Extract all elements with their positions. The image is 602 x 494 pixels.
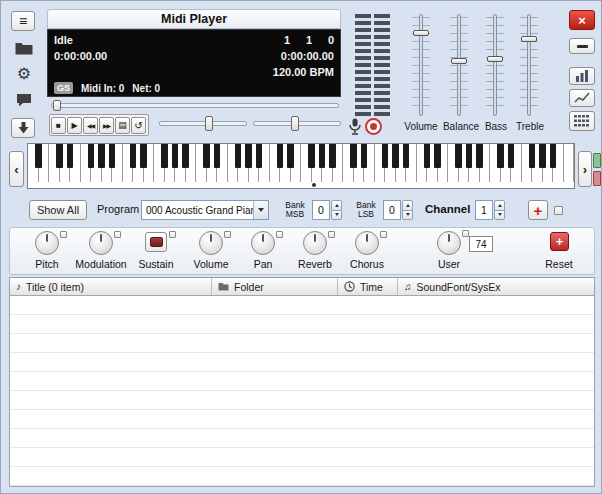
piano-black-key[interactable] [214, 144, 220, 168]
messages-button[interactable] [13, 91, 35, 109]
piano-black-key[interactable] [161, 144, 167, 168]
piano-black-key[interactable] [172, 144, 178, 168]
minimize-button[interactable] [569, 38, 595, 54]
horizontal-slider-1-handle[interactable] [205, 116, 213, 131]
bank-msb-up-button[interactable] [331, 200, 342, 211]
piano-black-key[interactable] [434, 144, 440, 168]
piano-black-key[interactable] [403, 144, 409, 168]
octave-up-button[interactable] [593, 153, 601, 168]
piano-scroll-left-button[interactable]: ‹ [9, 151, 24, 187]
output-button[interactable]: ▤ [115, 117, 130, 134]
volume-knob[interactable] [199, 231, 223, 255]
piano-black-key[interactable] [256, 144, 262, 168]
piano-black-key[interactable] [235, 144, 241, 168]
horizontal-slider-1[interactable] [159, 116, 247, 131]
volume-toggle-button[interactable] [224, 231, 231, 238]
piano-black-key[interactable] [392, 144, 398, 168]
piano-black-key[interactable] [88, 144, 94, 168]
volume-fader-handle[interactable] [413, 30, 429, 36]
piano-black-key[interactable] [109, 144, 115, 168]
small-toggle-button[interactable] [554, 206, 563, 215]
piano-black-key[interactable] [424, 144, 430, 168]
show-all-button[interactable]: Show All [29, 200, 87, 220]
treble-fader-handle[interactable] [521, 36, 537, 42]
piano-black-key[interactable] [140, 144, 146, 168]
bank-msb-spinner[interactable]: 0 [312, 200, 342, 220]
pan-toggle-button[interactable] [276, 231, 283, 238]
piano-black-key[interactable] [382, 144, 388, 168]
loop-button[interactable]: ↺ [131, 117, 146, 134]
piano-scroll-right-button[interactable]: › [578, 151, 592, 187]
play-button[interactable]: ▶ [67, 117, 82, 134]
piano-black-key[interactable] [539, 144, 545, 168]
horizontal-slider-2[interactable] [253, 116, 341, 131]
menu-button[interactable]: ≡ [11, 11, 35, 31]
add-channel-button[interactable]: + [528, 200, 548, 220]
bass-fader[interactable] [483, 14, 507, 116]
reverb-toggle-button[interactable] [328, 231, 335, 238]
program-select[interactable]: 000 Acoustic Grand Piano [141, 200, 269, 220]
user-toggle-button[interactable] [462, 230, 469, 237]
piano-black-key[interactable] [550, 144, 556, 168]
piano-black-key[interactable] [277, 144, 283, 168]
piano-black-key[interactable] [182, 144, 188, 168]
piano-black-key[interactable] [529, 144, 535, 168]
piano-black-key[interactable] [508, 144, 514, 168]
piano-black-key[interactable] [287, 144, 293, 168]
piano-black-key[interactable] [319, 144, 325, 168]
balance-fader[interactable] [447, 14, 471, 116]
reset-button[interactable]: + [550, 232, 569, 251]
piano-black-key[interactable] [329, 144, 335, 168]
treble-fader[interactable] [517, 14, 541, 116]
piano-black-key[interactable] [308, 144, 314, 168]
open-folder-button[interactable] [13, 39, 35, 57]
position-slider-handle[interactable] [53, 100, 61, 111]
piano-white-key[interactable] [564, 144, 575, 182]
reverb-knob[interactable] [303, 231, 327, 255]
next-button[interactable]: ▶▶ [99, 117, 114, 134]
bass-fader-handle[interactable] [487, 56, 503, 62]
piano-black-key[interactable] [455, 144, 461, 168]
record-button[interactable] [365, 118, 382, 135]
matrix-button[interactable] [569, 111, 595, 131]
piano-black-key[interactable] [35, 144, 41, 168]
close-button[interactable]: × [569, 10, 595, 30]
graph-button[interactable] [569, 89, 595, 107]
column-folder[interactable]: Folder [212, 278, 338, 295]
bank-lsb-up-button[interactable] [402, 200, 413, 211]
mic-button[interactable] [347, 116, 362, 136]
previous-button[interactable]: ◀◀ [83, 117, 98, 134]
sustain-button[interactable] [145, 232, 167, 252]
piano-black-key[interactable] [350, 144, 356, 168]
piano-black-key[interactable] [245, 144, 251, 168]
volume-fader[interactable] [409, 14, 433, 116]
bank-lsb-down-button[interactable] [402, 210, 413, 221]
settings-button[interactable]: ⚙ [13, 63, 35, 84]
piano-black-key[interactable] [67, 144, 73, 168]
piano-black-key[interactable] [476, 144, 482, 168]
pitch-toggle-button[interactable] [60, 231, 67, 238]
position-slider[interactable] [51, 100, 339, 111]
bank-msb-down-button[interactable] [331, 210, 342, 221]
piano-black-key[interactable] [56, 144, 62, 168]
chorus-knob[interactable] [355, 231, 379, 255]
channel-spinner[interactable]: 1 [475, 200, 505, 220]
column-time[interactable]: Time [338, 278, 398, 295]
user-knob[interactable] [437, 231, 461, 255]
octave-down-button[interactable] [593, 171, 601, 186]
chorus-toggle-button[interactable] [380, 231, 387, 238]
piano-black-key[interactable] [130, 144, 136, 168]
channel-up-button[interactable] [494, 200, 505, 211]
sustain-toggle-button[interactable] [169, 231, 176, 238]
piano-black-key[interactable] [466, 144, 472, 168]
modulation-toggle-button[interactable] [114, 231, 121, 238]
balance-fader-handle[interactable] [451, 58, 467, 64]
piano-black-key[interactable] [361, 144, 367, 168]
channel-down-button[interactable] [494, 210, 505, 221]
download-button[interactable] [11, 118, 35, 138]
modulation-knob[interactable] [89, 231, 113, 255]
piano-black-key[interactable] [497, 144, 503, 168]
column-title[interactable]: ♪ Title (0 item) [10, 278, 212, 295]
pitch-knob[interactable] [35, 231, 59, 255]
stats-button[interactable] [569, 67, 595, 85]
